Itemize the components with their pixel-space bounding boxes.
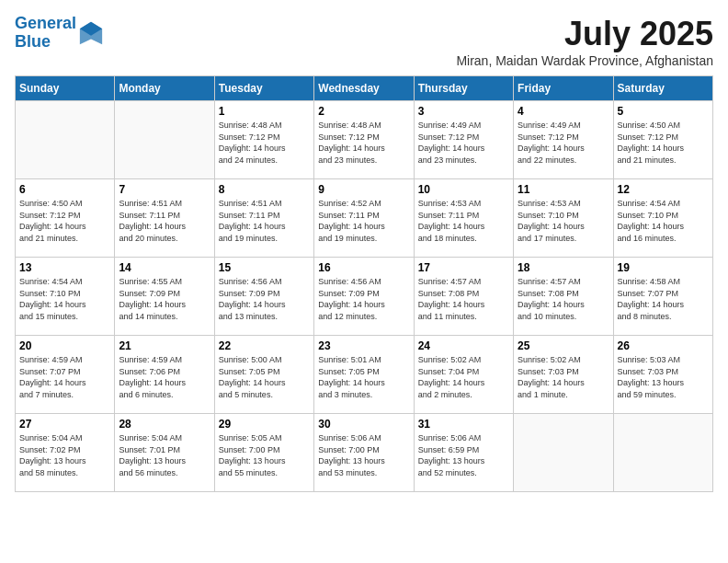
day-header-friday: Friday <box>514 76 613 101</box>
day-info: Sunrise: 4:50 AM Sunset: 7:12 PM Dayligh… <box>618 120 709 166</box>
week-row-1: 1Sunrise: 4:48 AM Sunset: 7:12 PM Daylig… <box>16 101 713 179</box>
calendar-cell: 9Sunrise: 4:52 AM Sunset: 7:11 PM Daylig… <box>314 179 414 258</box>
day-number: 4 <box>518 105 609 118</box>
calendar: SundayMondayTuesdayWednesdayThursdayFrid… <box>15 75 713 492</box>
week-row-3: 13Sunrise: 4:54 AM Sunset: 7:10 PM Dayli… <box>16 258 713 336</box>
logo-icon <box>78 20 104 46</box>
day-number: 11 <box>518 183 609 196</box>
calendar-cell: 2Sunrise: 4:48 AM Sunset: 7:12 PM Daylig… <box>314 101 414 179</box>
day-info: Sunrise: 4:51 AM Sunset: 7:11 PM Dayligh… <box>119 198 210 244</box>
title-area: July 2025 Miran, Maidan Wardak Province,… <box>456 15 713 68</box>
week-row-5: 27Sunrise: 5:04 AM Sunset: 7:02 PM Dayli… <box>16 414 713 492</box>
month-title: July 2025 <box>456 15 713 53</box>
day-info: Sunrise: 5:02 AM Sunset: 7:04 PM Dayligh… <box>418 354 509 400</box>
day-info: Sunrise: 4:55 AM Sunset: 7:09 PM Dayligh… <box>119 276 210 322</box>
calendar-cell: 24Sunrise: 5:02 AM Sunset: 7:04 PM Dayli… <box>414 336 513 414</box>
day-header-thursday: Thursday <box>414 76 513 101</box>
day-number: 29 <box>219 418 310 431</box>
calendar-cell: 13Sunrise: 4:54 AM Sunset: 7:10 PM Dayli… <box>16 258 115 336</box>
day-info: Sunrise: 4:54 AM Sunset: 7:10 PM Dayligh… <box>618 198 709 244</box>
day-number: 13 <box>19 261 110 274</box>
day-number: 18 <box>518 261 609 274</box>
day-number: 6 <box>19 183 110 196</box>
calendar-cell: 1Sunrise: 4:48 AM Sunset: 7:12 PM Daylig… <box>214 101 313 179</box>
calendar-cell: 18Sunrise: 4:57 AM Sunset: 7:08 PM Dayli… <box>514 258 613 336</box>
calendar-cell: 30Sunrise: 5:06 AM Sunset: 7:00 PM Dayli… <box>314 414 414 492</box>
calendar-cell: 19Sunrise: 4:58 AM Sunset: 7:07 PM Dayli… <box>613 258 712 336</box>
subtitle: Miran, Maidan Wardak Province, Afghanist… <box>456 53 713 68</box>
calendar-cell: 22Sunrise: 5:00 AM Sunset: 7:05 PM Dayli… <box>214 336 313 414</box>
day-info: Sunrise: 5:05 AM Sunset: 7:00 PM Dayligh… <box>219 432 310 478</box>
day-number: 23 <box>318 339 409 352</box>
week-row-4: 20Sunrise: 4:59 AM Sunset: 7:07 PM Dayli… <box>16 336 713 414</box>
day-number: 27 <box>19 418 110 431</box>
calendar-cell <box>514 414 613 492</box>
calendar-cell: 28Sunrise: 5:04 AM Sunset: 7:01 PM Dayli… <box>115 414 214 492</box>
calendar-cell: 25Sunrise: 5:02 AM Sunset: 7:03 PM Dayli… <box>514 336 613 414</box>
day-info: Sunrise: 4:58 AM Sunset: 7:07 PM Dayligh… <box>618 276 709 322</box>
logo: GeneralBlue <box>15 15 104 52</box>
day-info: Sunrise: 5:04 AM Sunset: 7:02 PM Dayligh… <box>19 432 110 478</box>
day-info: Sunrise: 5:03 AM Sunset: 7:03 PM Dayligh… <box>618 354 709 400</box>
day-number: 3 <box>418 105 509 118</box>
calendar-cell: 23Sunrise: 5:01 AM Sunset: 7:05 PM Dayli… <box>314 336 414 414</box>
day-number: 14 <box>119 261 210 274</box>
day-info: Sunrise: 4:59 AM Sunset: 7:06 PM Dayligh… <box>119 354 210 400</box>
day-info: Sunrise: 4:57 AM Sunset: 7:08 PM Dayligh… <box>418 276 509 322</box>
day-info: Sunrise: 4:54 AM Sunset: 7:10 PM Dayligh… <box>19 276 110 322</box>
day-info: Sunrise: 4:48 AM Sunset: 7:12 PM Dayligh… <box>318 120 409 166</box>
day-number: 24 <box>418 339 509 352</box>
logo-text: GeneralBlue <box>15 15 76 52</box>
day-number: 8 <box>219 183 310 196</box>
day-header-monday: Monday <box>115 76 214 101</box>
day-info: Sunrise: 5:02 AM Sunset: 7:03 PM Dayligh… <box>518 354 609 400</box>
calendar-cell <box>115 101 214 179</box>
day-number: 26 <box>618 339 709 352</box>
day-number: 30 <box>318 418 409 431</box>
day-number: 22 <box>219 339 310 352</box>
day-number: 16 <box>318 261 409 274</box>
day-number: 15 <box>219 261 310 274</box>
calendar-cell: 10Sunrise: 4:53 AM Sunset: 7:11 PM Dayli… <box>414 179 513 258</box>
calendar-cell: 21Sunrise: 4:59 AM Sunset: 7:06 PM Dayli… <box>115 336 214 414</box>
day-number: 5 <box>618 105 709 118</box>
week-row-2: 6Sunrise: 4:50 AM Sunset: 7:12 PM Daylig… <box>16 179 713 258</box>
day-info: Sunrise: 4:56 AM Sunset: 7:09 PM Dayligh… <box>219 276 310 322</box>
calendar-cell: 20Sunrise: 4:59 AM Sunset: 7:07 PM Dayli… <box>16 336 115 414</box>
calendar-cell: 17Sunrise: 4:57 AM Sunset: 7:08 PM Dayli… <box>414 258 513 336</box>
day-info: Sunrise: 4:56 AM Sunset: 7:09 PM Dayligh… <box>318 276 409 322</box>
calendar-cell: 16Sunrise: 4:56 AM Sunset: 7:09 PM Dayli… <box>314 258 414 336</box>
calendar-cell <box>16 101 115 179</box>
day-info: Sunrise: 5:04 AM Sunset: 7:01 PM Dayligh… <box>119 432 210 478</box>
day-number: 1 <box>219 105 310 118</box>
day-info: Sunrise: 4:51 AM Sunset: 7:11 PM Dayligh… <box>219 198 310 244</box>
day-number: 7 <box>119 183 210 196</box>
calendar-cell: 6Sunrise: 4:50 AM Sunset: 7:12 PM Daylig… <box>16 179 115 258</box>
calendar-cell: 12Sunrise: 4:54 AM Sunset: 7:10 PM Dayli… <box>613 179 712 258</box>
calendar-cell: 27Sunrise: 5:04 AM Sunset: 7:02 PM Dayli… <box>16 414 115 492</box>
day-number: 12 <box>618 183 709 196</box>
day-info: Sunrise: 5:06 AM Sunset: 7:00 PM Dayligh… <box>318 432 409 478</box>
day-number: 10 <box>418 183 509 196</box>
header: GeneralBlue July 2025 Miran, Maidan Ward… <box>15 15 713 68</box>
days-header-row: SundayMondayTuesdayWednesdayThursdayFrid… <box>16 76 713 101</box>
calendar-cell: 5Sunrise: 4:50 AM Sunset: 7:12 PM Daylig… <box>613 101 712 179</box>
day-info: Sunrise: 4:48 AM Sunset: 7:12 PM Dayligh… <box>219 120 310 166</box>
day-info: Sunrise: 5:01 AM Sunset: 7:05 PM Dayligh… <box>318 354 409 400</box>
calendar-cell: 14Sunrise: 4:55 AM Sunset: 7:09 PM Dayli… <box>115 258 214 336</box>
day-info: Sunrise: 4:53 AM Sunset: 7:11 PM Dayligh… <box>418 198 509 244</box>
day-info: Sunrise: 5:00 AM Sunset: 7:05 PM Dayligh… <box>219 354 310 400</box>
day-header-wednesday: Wednesday <box>314 76 414 101</box>
day-number: 17 <box>418 261 509 274</box>
calendar-cell: 31Sunrise: 5:06 AM Sunset: 6:59 PM Dayli… <box>414 414 513 492</box>
day-info: Sunrise: 4:53 AM Sunset: 7:10 PM Dayligh… <box>518 198 609 244</box>
day-number: 20 <box>19 339 110 352</box>
day-info: Sunrise: 4:59 AM Sunset: 7:07 PM Dayligh… <box>19 354 110 400</box>
day-number: 25 <box>518 339 609 352</box>
day-number: 9 <box>318 183 409 196</box>
day-info: Sunrise: 4:49 AM Sunset: 7:12 PM Dayligh… <box>518 120 609 166</box>
day-number: 31 <box>418 418 509 431</box>
day-header-tuesday: Tuesday <box>214 76 313 101</box>
day-info: Sunrise: 4:57 AM Sunset: 7:08 PM Dayligh… <box>518 276 609 322</box>
day-info: Sunrise: 4:52 AM Sunset: 7:11 PM Dayligh… <box>318 198 409 244</box>
